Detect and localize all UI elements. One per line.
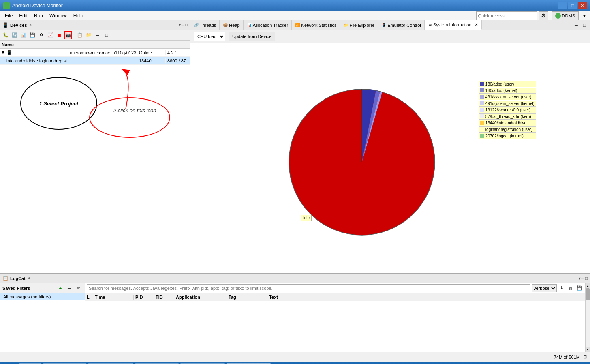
heap-icon: 📦 (223, 23, 228, 27)
col-pid-header: PID (134, 295, 154, 300)
debug-btn[interactable]: 🐛 (2, 31, 10, 39)
minimize-button[interactable]: ─ (558, 2, 567, 9)
legend-label-0: 180/adbd (user) (485, 82, 514, 86)
logcat-table-header: L Time PID TID Application Tag Text (85, 293, 585, 301)
sysinfo-close-icon[interactable]: ✕ (475, 22, 478, 28)
quick-access-settings-button[interactable]: ⚙ (539, 11, 548, 20)
file-explorer-icon: 📁 (344, 23, 348, 27)
process-name: info.androidhive.loginandregist (0, 58, 137, 63)
logcat-menu-icon[interactable]: ▾ (579, 276, 581, 280)
start-button[interactable] (2, 362, 18, 364)
update-heap-btn[interactable]: 📊 (19, 31, 28, 39)
logcat-scroll-btn[interactable]: ⬇ (558, 284, 566, 292)
logcat-close-icon[interactable]: ✕ (27, 276, 30, 280)
tab-network[interactable]: 📶 Network Statistics (292, 20, 340, 30)
verbose-dropdown[interactable]: verbose (532, 284, 557, 292)
quick-access-input[interactable] (476, 11, 537, 20)
devices-toolbar: 🐛 🔄 📊 💾 ♻ 📈 ⏹ 📷 📋 📁 ─ □ (0, 30, 190, 41)
logcat-min-icon[interactable]: ─ (581, 276, 584, 280)
tab-maximize-btn[interactable]: □ (580, 21, 588, 29)
main-container: 📱 Devices ✕ ▾ ─ □ 🐛 🔄 📊 💾 ♻ 📈 ⏹ 📷 (0, 20, 590, 352)
update-threads-btn[interactable]: 🔄 (11, 31, 19, 39)
logcat-max-icon[interactable]: □ (585, 276, 588, 280)
menu-help[interactable]: Help (70, 12, 87, 19)
all-messages-filter[interactable]: All messages (no filters) (0, 293, 85, 300)
close-view-btn[interactable]: □ (103, 31, 111, 39)
device-table: Name ▼ 📱 micromax-micromax_a110q-0123▲ O… (0, 41, 190, 273)
tab-threads-label: Threads (200, 23, 216, 28)
scroll-down-btn[interactable]: ▼ (586, 347, 590, 352)
legend-item-4: 19122/kworker/0:0 (user) (479, 107, 536, 113)
tab-emulator-label: Emulator Control (387, 23, 421, 28)
tab-file-explorer[interactable]: 📁 File Explorer (340, 20, 378, 30)
saved-filters-label: Saved Filters (2, 286, 30, 291)
screenshot-btn[interactable]: 📷 (64, 31, 72, 39)
tab-heap-label: Heap (229, 23, 239, 28)
chart-area: Idle 180/adbd (user) 180/adbd (kernel) (190, 43, 590, 273)
logcat-title: LogCat (10, 276, 26, 281)
devices-panel-menu-icon[interactable]: ▾ (179, 23, 181, 27)
status-bar-icon[interactable]: ⊞ (583, 354, 587, 360)
logcat-btn[interactable]: 📋 (76, 31, 84, 39)
device-name: micromax-micromax_a110q-0123▲ (68, 50, 138, 55)
maximize-button[interactable]: □ (568, 2, 577, 9)
col-text-header: Text (267, 295, 585, 300)
logcat-search-input[interactable] (87, 284, 530, 292)
network-icon: 📶 (295, 23, 300, 27)
right-panel: 🔗 Threads 📦 Heap 📊 Allocation Tracker 📶 … (190, 20, 590, 273)
tab-bar-controls: ─ □ (572, 20, 590, 30)
update-from-device-button[interactable]: Update from Device (229, 32, 275, 41)
menu-file[interactable]: File (2, 12, 16, 19)
logcat-header: 📋 LogCat ✕ ▾ ─ □ (0, 274, 590, 283)
scroll-thumb[interactable] (586, 288, 590, 300)
status-bar: 74M of 561M ⊞ (0, 352, 590, 362)
legend-label-4: 19122/kworker/0:0 (user) (485, 108, 530, 112)
devices-panel-max-icon[interactable]: □ (185, 23, 188, 27)
legend-label-2: 491/system_server (user) (485, 95, 531, 99)
tab-heap[interactable]: 📦 Heap (220, 20, 243, 30)
legend-item-0: 180/adbd (user) (479, 81, 536, 87)
tab-minimize-btn[interactable]: ─ (572, 21, 580, 29)
logcat-panel: 📋 LogCat ✕ ▾ ─ □ Saved Filters + ─ (0, 273, 590, 352)
logcat-clear-btn[interactable]: 🗑 (566, 284, 575, 292)
dump-hprof-btn[interactable]: 💾 (28, 31, 36, 39)
devices-panel-min-icon[interactable]: ─ (182, 23, 184, 27)
legend-item-7: 20702/logcat (kernel) (479, 133, 536, 139)
toolbar-extra-btn[interactable]: ▼ (580, 12, 588, 20)
gc-btn[interactable]: ♻ (37, 31, 45, 39)
device-row-process[interactable]: info.androidhive.loginandregist 13440 86… (0, 57, 190, 65)
logcat-scrollbar[interactable]: ▲ ▼ (585, 283, 590, 352)
title-bar: Android Device Monitor ─ □ ✕ (0, 0, 590, 11)
traceview-btn[interactable]: 📈 (46, 31, 54, 39)
legend-item-6: 13440/info.androidhive. (479, 120, 536, 126)
menu-run[interactable]: Run (31, 12, 46, 19)
logcat-controls: verbose ⬇ 🗑 💾 (532, 284, 584, 292)
col-tag-header: Tag (227, 295, 267, 300)
tab-file-explorer-label: File Explorer (350, 23, 375, 28)
logcat-save-btn[interactable]: 💾 (575, 284, 584, 292)
device-row-device[interactable]: ▼ 📱 micromax-micromax_a110q-0123▲ Online… (0, 49, 190, 57)
remove-filter-button[interactable]: ─ (65, 284, 73, 292)
cpu-load-dropdown[interactable]: CPU load (194, 32, 225, 41)
menu-edit[interactable]: Edit (16, 12, 31, 19)
process-pid: 13440 (137, 58, 166, 63)
taskbar: 📁 res 🤖 Android Stu... S Skype™ - ak... … (0, 362, 590, 364)
tab-allocation-label: Allocation Tracker (253, 23, 288, 28)
close-button[interactable]: ✕ (578, 2, 587, 9)
add-filter-button[interactable]: + (56, 284, 64, 292)
tab-allocation[interactable]: 📊 Allocation Tracker (244, 20, 292, 30)
edit-filter-button[interactable]: ✏ (74, 284, 82, 292)
ddms-button[interactable]: DDMS (552, 11, 579, 20)
menu-window[interactable]: Window (46, 12, 70, 19)
scroll-up-btn[interactable]: ▲ (586, 283, 590, 288)
tab-threads[interactable]: 🔗 Threads (190, 20, 220, 30)
logcat-scroll-area[interactable] (85, 301, 585, 352)
legend-label-3: 491/system_server (kernel) (485, 101, 534, 106)
allocation-icon: 📊 (247, 23, 252, 27)
tab-system-info[interactable]: 🖥 System Information ✕ (425, 20, 482, 30)
devices-panel-close-icon[interactable]: ✕ (29, 23, 32, 27)
tab-emulator[interactable]: 📱 Emulator Control (378, 20, 425, 30)
explorer-btn[interactable]: 📁 (85, 31, 93, 39)
minus-btn[interactable]: ─ (94, 31, 102, 39)
stop-btn[interactable]: ⏹ (55, 31, 63, 39)
